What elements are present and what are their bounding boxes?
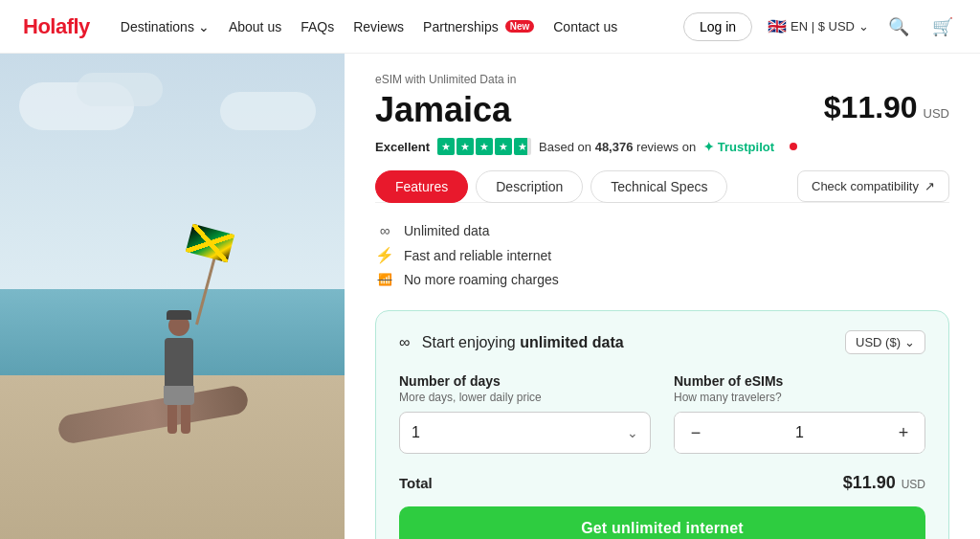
feature-text: No more roaming charges <box>404 272 559 287</box>
days-value: 1 <box>412 424 420 441</box>
plan-selectors: Number of days More days, lower daily pr… <box>399 373 925 454</box>
star-2: ★ <box>457 138 474 155</box>
no-roaming-icon: 📶 <box>375 273 394 286</box>
product-title-row: Jamaica $11.90 USD <box>375 90 949 130</box>
days-label: Number of days <box>399 373 651 389</box>
chevron-down-icon: ⌄ <box>627 425 638 440</box>
nav-item-faqs[interactable]: FAQs <box>301 19 334 34</box>
product-price: $11.90 USD <box>824 90 949 125</box>
feature-text: Fast and reliable internet <box>404 248 551 263</box>
currency-select[interactable]: USD ($) ⌄ <box>845 330 925 354</box>
person-shorts <box>164 386 194 405</box>
esims-label: Number of eSIMs <box>674 373 925 389</box>
chevron-down-icon: ⌄ <box>858 19 869 34</box>
trustpilot-stars: ★ ★ ★ ★ ★ <box>437 138 531 155</box>
nav-item-contact[interactable]: Contact us <box>553 19 617 34</box>
navbar: Holafly Destinations ⌄ About us FAQs Rev… <box>0 0 980 54</box>
get-unlimited-button[interactable]: Get unlimited internet <box>399 506 925 539</box>
plan-box-header: ∞ Start enjoying unlimited data USD ($) … <box>399 330 925 354</box>
trustpilot-row: Excellent ★ ★ ★ ★ ★ Based on 48,376 revi… <box>375 138 949 155</box>
main-content: eSIM with Unlimited Data in Jamaica $11.… <box>0 54 980 539</box>
login-button[interactable]: Log in <box>683 12 752 41</box>
tab-technical-specs[interactable]: Technical Specs <box>590 170 727 203</box>
esims-selector-group: Number of eSIMs How many travelers? − 1 … <box>674 373 925 454</box>
cart-button[interactable]: 🛒 <box>928 12 957 41</box>
star-4: ★ <box>495 138 512 155</box>
feature-fast-internet: ⚡ Fast and reliable internet <box>375 242 949 268</box>
beach-scene <box>0 54 345 539</box>
nav-item-partnerships[interactable]: Partnerships New <box>423 19 534 34</box>
esim-label: eSIM with Unlimited Data in <box>375 73 949 86</box>
feature-unlimited-data: ∞ Unlimited data <box>375 218 949 242</box>
plan-box-title: ∞ Start enjoying unlimited data <box>399 334 624 351</box>
person-legs <box>167 405 190 434</box>
cloud3 <box>220 92 316 130</box>
feature-no-roaming: 📶 No more roaming charges <box>375 268 949 291</box>
price-currency: USD <box>924 106 949 121</box>
total-currency: USD <box>902 478 925 491</box>
plan-box: ∞ Start enjoying unlimited data USD ($) … <box>375 310 949 539</box>
tabs-row: Features Description Technical Specs Che… <box>375 170 949 203</box>
nav-item-destinations[interactable]: Destinations ⌄ <box>121 19 210 34</box>
person-cap <box>167 310 191 320</box>
status-dot <box>790 143 797 150</box>
nav-links: Destinations ⌄ About us FAQs Reviews Par… <box>121 19 683 34</box>
flag-icon: 🇬🇧 <box>768 17 787 35</box>
total-price: $11.90 <box>843 473 896 492</box>
person-leg-left <box>167 405 177 434</box>
language-selector[interactable]: 🇬🇧 EN | $ USD ⌄ <box>768 17 869 35</box>
infinity-icon: ∞ <box>375 222 394 238</box>
star-3: ★ <box>476 138 493 155</box>
tab-features[interactable]: Features <box>375 170 468 203</box>
days-sublabel: More days, lower daily price <box>399 391 651 404</box>
infinity-icon-plan: ∞ <box>399 334 410 350</box>
nav-item-reviews[interactable]: Reviews <box>353 19 404 34</box>
person-figure <box>150 315 208 439</box>
new-badge: New <box>505 20 535 33</box>
product-image <box>0 54 345 539</box>
review-count: 48,376 <box>595 140 634 154</box>
star-5-half: ★ <box>514 138 531 155</box>
product-title: Jamaica <box>375 90 511 130</box>
unlimited-highlight: unlimited data <box>520 334 623 350</box>
nav-right: Log in 🇬🇧 EN | $ USD ⌄ 🔍 🛒 <box>683 12 957 41</box>
chevron-down-icon: ⌄ <box>198 19 210 34</box>
chevron-down-icon: ⌄ <box>904 335 915 349</box>
days-selector-group: Number of days More days, lower daily pr… <box>399 373 651 454</box>
trustpilot-label: Excellent <box>375 140 430 154</box>
check-compatibility-button[interactable]: Check compatibility ↗ <box>797 170 949 202</box>
price-amount: $11.90 <box>824 90 918 124</box>
features-list: ∞ Unlimited data ⚡ Fast and reliable int… <box>375 218 949 291</box>
feature-text: Unlimited data <box>404 223 490 238</box>
trustpilot-reviews: Based on 48,376 reviews on <box>539 140 696 154</box>
cart-icon: 🛒 <box>932 17 953 36</box>
trustpilot-logo: ✦ Trustpilot <box>703 140 774 154</box>
days-select[interactable]: 1 ⌄ <box>399 412 651 454</box>
esims-sublabel: How many travelers? <box>674 391 925 404</box>
decrement-esims-button[interactable]: − <box>675 412 717 454</box>
person-body <box>165 338 193 386</box>
person-head <box>168 315 189 336</box>
increment-esims-button[interactable]: + <box>882 412 924 454</box>
logo[interactable]: Holafly <box>23 14 90 39</box>
clouds <box>0 63 345 304</box>
tab-description[interactable]: Description <box>476 170 583 203</box>
cloud2 <box>77 73 163 106</box>
star-1: ★ <box>437 138 455 155</box>
nav-item-about[interactable]: About us <box>229 19 281 34</box>
external-link-icon: ↗ <box>924 179 935 193</box>
total-price-group: $11.90 USD <box>843 473 925 493</box>
tabs: Features Description Technical Specs <box>375 170 735 202</box>
total-label: Total <box>399 475 433 491</box>
lightning-icon: ⚡ <box>375 246 394 264</box>
search-button[interactable]: 🔍 <box>884 12 913 41</box>
esims-value: 1 <box>717 424 882 441</box>
total-row: Total $11.90 USD <box>399 473 925 493</box>
search-icon: 🔍 <box>888 17 909 36</box>
product-detail: eSIM with Unlimited Data in Jamaica $11.… <box>345 54 980 539</box>
esim-counter: − 1 + <box>674 412 925 454</box>
person-leg-right <box>181 405 190 434</box>
